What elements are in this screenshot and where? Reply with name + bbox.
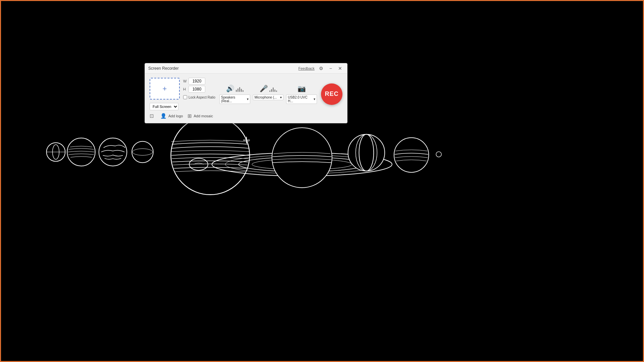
capture-mode-select[interactable]: Full Screen	[150, 103, 178, 110]
microphone-section: 🎤 Microphone (... ▾	[253, 84, 284, 100]
capture-mode-row: Full Screen	[150, 103, 215, 110]
speakers-dropdown[interactable]: Speakers (Real... ▾	[219, 95, 250, 104]
mic-vol-bar-1	[269, 90, 270, 92]
recorder-main-row: + W H Lock Aspe	[150, 78, 342, 110]
dimensions-section: W H Lock Aspect Ratio	[183, 78, 215, 99]
audio-sections: 🔊 Speakers (Real... ▾	[219, 84, 317, 104]
recorder-body: + W H Lock Aspe	[145, 74, 347, 123]
width-row: W	[183, 78, 215, 84]
screenshot-button[interactable]: ⊡	[150, 113, 156, 119]
screenshot-icon: ⊡	[150, 113, 154, 119]
svg-point-6	[132, 141, 153, 163]
speakers-label: Speakers (Real...	[221, 96, 247, 103]
speakers-volume-bars	[236, 85, 244, 92]
feedback-button[interactable]: Feedback	[299, 66, 315, 70]
speakers-icon-row: 🔊	[226, 84, 244, 93]
svg-point-2	[52, 145, 59, 160]
svg-point-16	[348, 134, 385, 171]
vol-bar-2	[237, 88, 238, 92]
mic-vol-bar-4	[274, 89, 275, 92]
height-input[interactable]	[189, 86, 205, 93]
lock-ratio-checkbox[interactable]	[183, 95, 187, 99]
height-row: H	[183, 86, 215, 93]
svg-point-15	[272, 128, 332, 188]
speaker-icon: 🔊	[226, 84, 234, 93]
microphone-label: Microphone (...	[255, 96, 277, 99]
vol-bar-4	[241, 89, 242, 92]
vol-bar-1	[236, 90, 237, 92]
webcam-section: 📷 USB2.0 UVC H... ▾	[286, 84, 317, 104]
mic-vol-bar-2	[271, 89, 272, 92]
height-label: H	[183, 87, 187, 91]
extra-buttons: ⊡ 👤 Add logo ⊞ Add mosaic	[150, 113, 342, 119]
svg-point-19	[394, 138, 429, 172]
svg-point-13	[238, 157, 365, 172]
recorder-titlebar: Screen Recorder Feedback ⚙ − ✕	[145, 63, 347, 74]
vol-bar-5	[243, 90, 244, 92]
microphone-chevron: ▾	[280, 96, 282, 99]
vol-bar-3	[239, 87, 240, 92]
add-logo-label: Add logo	[168, 114, 183, 118]
svg-point-0	[436, 152, 441, 157]
webcam-label: USB2.0 UVC H...	[288, 96, 314, 103]
titlebar-controls: Feedback ⚙ − ✕	[299, 65, 344, 71]
crosshair-cursor	[243, 137, 250, 143]
close-button[interactable]: ✕	[336, 65, 344, 71]
svg-point-5	[99, 138, 127, 166]
capture-plus-icon: +	[163, 84, 167, 93]
microphone-volume-bars	[269, 85, 277, 92]
svg-point-1	[47, 143, 65, 162]
add-mosaic-button[interactable]: ⊞ Add mosaic	[187, 113, 213, 119]
settings-button[interactable]: ⚙	[317, 65, 325, 71]
add-mosaic-label: Add mosaic	[194, 114, 213, 118]
width-input[interactable]	[189, 78, 205, 84]
mosaic-icon: ⊞	[187, 113, 192, 119]
minimize-button[interactable]: −	[328, 65, 334, 71]
svg-point-10	[189, 158, 208, 170]
speakers-chevron: ▾	[247, 97, 249, 101]
svg-point-11	[212, 153, 392, 176]
svg-point-4	[67, 138, 95, 166]
recorder-title: Screen Recorder	[148, 66, 179, 71]
microphone-icon: 🎤	[260, 84, 268, 93]
svg-point-9	[171, 116, 250, 195]
width-label: W	[183, 79, 187, 83]
microphone-icon-row: 🎤	[260, 84, 277, 93]
webcam-icon: 📷	[298, 84, 306, 93]
svg-point-8	[132, 149, 153, 156]
svg-point-12	[225, 155, 379, 174]
svg-point-17	[359, 134, 374, 171]
left-column: + W H Lock Aspe	[150, 78, 215, 110]
lock-ratio-row: Lock Aspect Ratio	[183, 95, 215, 99]
speakers-section: 🔊 Speakers (Real... ▾	[219, 84, 250, 104]
capture-area-selector[interactable]: +	[150, 78, 180, 100]
add-logo-button[interactable]: 👤 Add logo	[160, 113, 183, 119]
svg-point-18	[356, 134, 377, 171]
microphone-dropdown[interactable]: Microphone (... ▾	[253, 95, 284, 100]
person-icon: 👤	[160, 113, 167, 119]
mic-vol-bar-5	[276, 90, 277, 92]
webcam-chevron: ▾	[314, 97, 315, 101]
rec-button[interactable]: REC	[321, 83, 342, 105]
webcam-dropdown[interactable]: USB2.0 UVC H... ▾	[286, 95, 317, 104]
lock-ratio-label: Lock Aspect Ratio	[189, 96, 215, 99]
recorder-widget: Screen Recorder Feedback ⚙ − ✕ +	[145, 63, 347, 123]
svg-point-14	[252, 159, 352, 170]
mic-vol-bar-3	[273, 87, 274, 92]
